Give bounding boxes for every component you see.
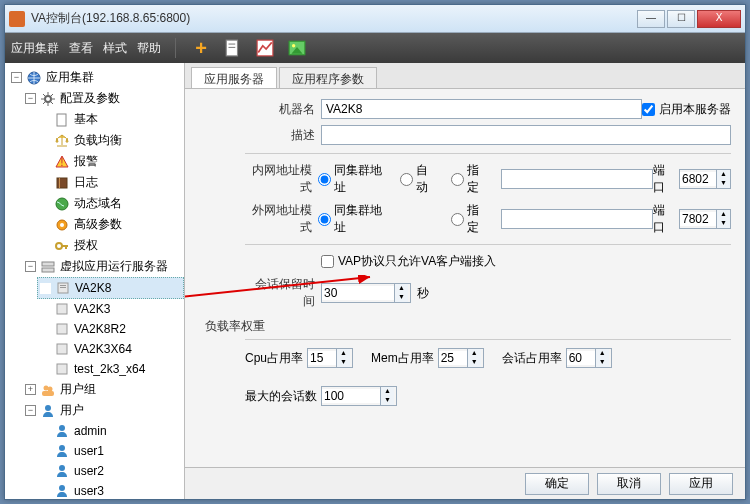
server-icon — [40, 259, 56, 275]
form-area: 机器名 启用本服务器 描述 内网地址模式 同集群地址 自动 指定 — [185, 89, 745, 467]
warning-icon: ! — [54, 154, 70, 170]
svg-point-17 — [56, 243, 62, 249]
cpu-label: Cpu占用率 — [245, 350, 303, 367]
tree-test2k3x64[interactable]: test_2k3_x64 — [37, 359, 184, 379]
svg-point-34 — [59, 485, 65, 491]
maximize-button[interactable]: ☐ — [667, 10, 695, 28]
nav-tree[interactable]: − 应用集群 −配置及参数 基本 负载均衡 !报警 日志 动态 — [5, 63, 185, 499]
tree-user2[interactable]: user2 — [37, 461, 184, 481]
max-label: 最大的会话数 — [245, 388, 317, 405]
close-button[interactable]: X — [697, 10, 741, 28]
chart-icon[interactable] — [254, 37, 276, 59]
enable-server-checkbox[interactable]: 启用本服务器 — [642, 101, 731, 118]
svg-point-31 — [59, 425, 65, 431]
svg-rect-12 — [57, 178, 67, 188]
tree-user1[interactable]: user1 — [37, 441, 184, 461]
picture-icon[interactable] — [286, 37, 308, 59]
tree-adv[interactable]: 高级参数 — [37, 214, 184, 235]
tree-root[interactable]: − 应用集群 — [9, 67, 184, 88]
tree-va2k8[interactable]: VA2K8 — [37, 277, 184, 299]
menu-view[interactable]: 查看 — [69, 40, 93, 57]
tree-alarm[interactable]: !报警 — [37, 151, 184, 172]
vap-checkbox[interactable]: VAP协议只允许VA客户端接入 — [321, 253, 496, 270]
host-label: 机器名 — [245, 101, 315, 118]
max-spinner[interactable]: ▲▼ — [321, 386, 397, 406]
tree-va2k8r2[interactable]: VA2K8R2 — [37, 319, 184, 339]
host-icon — [54, 361, 70, 377]
svg-point-30 — [45, 405, 51, 411]
tab-appparams[interactable]: 应用程序参数 — [279, 67, 377, 88]
gear-icon — [40, 91, 56, 107]
svg-rect-1 — [229, 44, 236, 45]
load-group-title: 负载率权重 — [205, 318, 731, 335]
collapse-icon[interactable]: − — [11, 72, 22, 83]
ok-button[interactable]: 确定 — [525, 473, 589, 495]
svg-point-28 — [48, 386, 53, 391]
tab-appserver[interactable]: 应用服务器 — [191, 67, 277, 88]
tree-log[interactable]: 日志 — [37, 172, 184, 193]
sess-spinner[interactable]: ▲▼ — [566, 348, 612, 368]
desc-input[interactable] — [321, 125, 731, 145]
tree-va2k3x64[interactable]: VA2K3X64 — [37, 339, 184, 359]
outer-port-spinner[interactable]: ▲▼ — [679, 209, 731, 229]
cancel-button[interactable]: 取消 — [597, 473, 661, 495]
menubar: 应用集群 查看 样式 帮助 + — [5, 33, 745, 63]
balance-icon — [54, 133, 70, 149]
person-icon — [54, 463, 70, 479]
port-label: 端口 — [653, 202, 675, 236]
menu-cluster[interactable]: 应用集群 — [11, 40, 59, 57]
minimize-button[interactable]: — — [637, 10, 665, 28]
svg-point-16 — [60, 223, 64, 227]
key-icon — [54, 238, 70, 254]
page-icon — [54, 112, 70, 128]
globe-icon — [26, 70, 42, 86]
menu-style[interactable]: 样式 — [103, 40, 127, 57]
main-panel: 应用服务器 应用程序参数 机器名 启用本服务器 描述 内网地址模式 — [185, 63, 745, 499]
host-icon — [54, 341, 70, 357]
tabstrip: 应用服务器 应用程序参数 — [185, 63, 745, 89]
tree-admin[interactable]: admin — [37, 421, 184, 441]
svg-rect-13 — [59, 178, 60, 188]
body: − 应用集群 −配置及参数 基本 负载均衡 !报警 日志 动态 — [5, 63, 745, 499]
tree-va2k3[interactable]: VA2K3 — [37, 299, 184, 319]
svg-rect-29 — [42, 391, 54, 396]
tree-ddns[interactable]: 动态域名 — [37, 193, 184, 214]
app-window: VA控制台(192.168.8.65:6800) — ☐ X 应用集群 查看 样… — [4, 4, 746, 500]
document-icon[interactable] — [222, 37, 244, 59]
tree-user[interactable]: −用户 — [23, 400, 184, 421]
cpu-spinner[interactable]: ▲▼ — [307, 348, 353, 368]
titlebar: VA控制台(192.168.8.65:6800) — ☐ X — [5, 5, 745, 33]
tree-lb[interactable]: 负载均衡 — [37, 130, 184, 151]
users-icon — [40, 382, 56, 398]
keep-unit: 秒 — [417, 285, 429, 302]
svg-point-33 — [59, 465, 65, 471]
tree-user3[interactable]: user3 — [37, 481, 184, 499]
keep-spinner[interactable]: ▲▼ — [321, 283, 411, 303]
person-icon — [54, 423, 70, 439]
tree-auth[interactable]: 授权 — [37, 235, 184, 256]
tree-usergroup[interactable]: +用户组 — [23, 379, 184, 400]
outer-address-input[interactable] — [501, 209, 653, 229]
menu-help[interactable]: 帮助 — [137, 40, 161, 57]
sess-label: 会话占用率 — [502, 350, 562, 367]
tree-vserver[interactable]: −虚拟应用运行服务器 — [23, 256, 184, 277]
host-icon — [54, 301, 70, 317]
window-controls: — ☐ X — [637, 10, 741, 28]
host-input[interactable] — [321, 99, 642, 119]
host-icon — [55, 280, 71, 296]
svg-rect-9 — [57, 114, 66, 126]
svg-rect-24 — [57, 324, 67, 334]
desc-label: 描述 — [245, 127, 315, 144]
svg-rect-2 — [229, 47, 236, 48]
inner-mode-radio: 同集群地址 自动 指定 — [318, 162, 653, 196]
apply-button[interactable]: 应用 — [669, 473, 733, 495]
tree-basic[interactable]: 基本 — [37, 109, 184, 130]
inner-address-input[interactable] — [501, 169, 653, 189]
tree-config[interactable]: −配置及参数 — [23, 88, 184, 109]
book-icon — [54, 175, 70, 191]
inner-mode-label: 内网地址模式 — [245, 162, 312, 196]
inner-port-spinner[interactable]: ▲▼ — [679, 169, 731, 189]
add-button[interactable]: + — [190, 37, 212, 59]
keep-label: 会话保留时间 — [245, 276, 315, 310]
mem-spinner[interactable]: ▲▼ — [438, 348, 484, 368]
